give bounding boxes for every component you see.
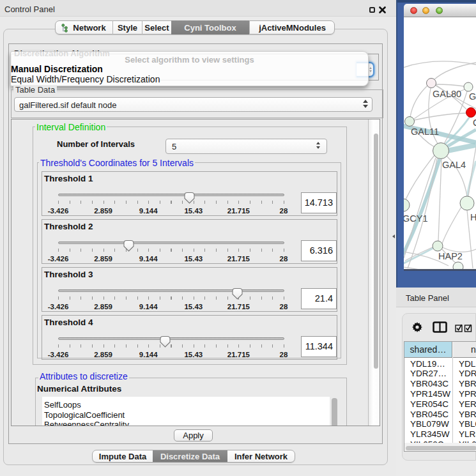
- svg-text:GAL4: GAL4: [442, 160, 466, 170]
- svg-text:GCY1: GCY1: [404, 213, 428, 224]
- svg-text:CY: CY: [473, 118, 476, 128]
- svg-text:HI: HI: [470, 212, 476, 222]
- svg-text:GA: GA: [469, 91, 476, 102]
- svg-text:GAL80: GAL80: [433, 89, 461, 99]
- svg-text:HAP2: HAP2: [438, 251, 463, 261]
- svg-text:GAL11: GAL11: [411, 127, 439, 137]
